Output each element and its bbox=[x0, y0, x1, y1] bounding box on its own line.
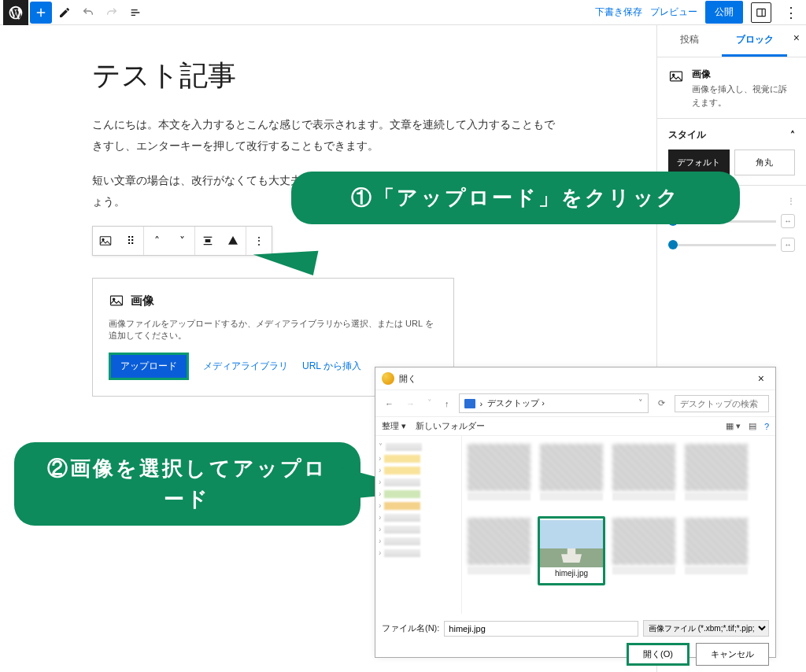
help-icon[interactable]: ? bbox=[764, 422, 769, 431]
sidebar-close-button[interactable]: × bbox=[787, 25, 806, 57]
annotation-callout-1: ①「アップロード」をクリック bbox=[291, 172, 740, 224]
outline-button[interactable] bbox=[124, 2, 146, 24]
panel-more-icon[interactable]: ⋮ bbox=[787, 197, 795, 205]
sidebar-toggle-button[interactable] bbox=[751, 2, 771, 23]
cancel-button[interactable]: キャンセル bbox=[696, 643, 769, 666]
image-icon bbox=[109, 293, 124, 308]
filetype-select[interactable]: 画像ファイル (*.xbm;*.tif;*.pjp;*.a bbox=[643, 620, 769, 637]
insert-from-url-link[interactable]: URL から挿入 bbox=[302, 360, 361, 373]
preview-link[interactable]: プレビュー bbox=[650, 6, 697, 19]
block-toolbar: ⠿ ˄ ˅ ⋮ bbox=[92, 226, 272, 256]
open-button[interactable]: 開く(O) bbox=[627, 643, 690, 666]
add-block-button[interactable] bbox=[30, 2, 52, 24]
wordpress-logo[interactable] bbox=[3, 0, 28, 25]
move-up-button[interactable]: ˄ bbox=[144, 227, 169, 255]
undo-button[interactable] bbox=[77, 2, 99, 24]
file-thumb[interactable] bbox=[682, 516, 750, 585]
file-thumb[interactable] bbox=[465, 516, 533, 585]
file-thumb[interactable] bbox=[465, 442, 533, 511]
svg-rect-0 bbox=[757, 9, 766, 16]
drag-handle-button[interactable]: ⠿ bbox=[118, 227, 143, 255]
file-thumb[interactable] bbox=[538, 442, 605, 511]
more-menu-button[interactable]: ⋮ bbox=[779, 4, 803, 21]
organize-menu[interactable]: 整理 ▾ bbox=[382, 420, 406, 432]
dialog-title: 開く bbox=[399, 373, 416, 385]
view-list-button[interactable]: ▤ bbox=[749, 421, 756, 431]
paragraph-block[interactable]: こんにちは。本文を入力するとこんな感じで表示されます。文章を連続して入力すること… bbox=[92, 114, 564, 156]
save-draft-link[interactable]: 下書き保存 bbox=[595, 6, 642, 19]
nav-back-button[interactable]: ← bbox=[382, 397, 397, 410]
filename-label: ファイル名(N): bbox=[382, 622, 439, 634]
dimension-control[interactable]: ↔ bbox=[657, 233, 806, 257]
folder-tree[interactable]: ˅ › › › › › › › › › bbox=[375, 436, 462, 614]
block-info-title: 画像 bbox=[692, 67, 795, 81]
edit-mode-button[interactable] bbox=[54, 2, 76, 24]
tab-post[interactable]: 投稿 bbox=[657, 25, 722, 57]
nav-forward-button[interactable]: → bbox=[403, 397, 418, 410]
post-title[interactable]: テスト記事 bbox=[92, 57, 564, 95]
new-folder-button[interactable]: 新しいフォルダー bbox=[416, 420, 485, 432]
dialog-icon bbox=[382, 372, 394, 385]
block-type-button[interactable] bbox=[93, 227, 118, 255]
publish-button[interactable]: 公開 bbox=[705, 1, 743, 24]
file-thumb[interactable] bbox=[610, 442, 678, 511]
move-down-button[interactable]: ˅ bbox=[169, 227, 194, 255]
placeholder-description: 画像ファイルをアップロードするか、メディアライブラリから選択、または URL を… bbox=[109, 318, 438, 342]
image-icon bbox=[668, 68, 684, 84]
dialog-close-button[interactable]: × bbox=[753, 372, 769, 385]
style-rounded-button[interactable]: 角丸 bbox=[734, 150, 796, 175]
block-info: 画像 画像を挿入し、視覚に訴えます。 bbox=[668, 67, 795, 109]
nav-recent-button[interactable]: ˅ bbox=[424, 397, 435, 410]
chevron-up-icon: ˄ bbox=[790, 130, 795, 141]
filename-input[interactable] bbox=[444, 621, 638, 637]
tab-block[interactable]: ブロック bbox=[722, 25, 786, 57]
file-open-dialog: 開く × ← → ˅ ↑ › デスクトップ › ˅ ⟳ 整理 ▾ 新しいフォルダ… bbox=[375, 367, 776, 658]
view-tiles-button[interactable]: ▦ ▾ bbox=[726, 421, 741, 431]
annotation-callout-2: ②画像を選択してアップロード bbox=[14, 442, 360, 526]
upload-button[interactable]: アップロード bbox=[109, 353, 189, 380]
style-panel-heading[interactable]: スタイル bbox=[668, 128, 706, 142]
file-thumb-selected[interactable]: himeji.jpg bbox=[538, 516, 605, 585]
path-breadcrumb[interactable]: › デスクトップ › ˅ bbox=[459, 393, 649, 413]
file-thumb[interactable] bbox=[682, 442, 750, 511]
refresh-button[interactable]: ⟳ bbox=[655, 397, 668, 410]
search-input[interactable] bbox=[675, 395, 769, 412]
block-info-desc: 画像を挿入し、視覚に訴えます。 bbox=[692, 84, 787, 107]
replace-button[interactable] bbox=[220, 227, 246, 255]
file-grid[interactable]: himeji.jpg bbox=[462, 436, 775, 614]
redo-button[interactable] bbox=[101, 2, 123, 24]
nav-up-button[interactable]: ↑ bbox=[442, 397, 453, 410]
placeholder-title: 画像 bbox=[131, 294, 154, 308]
align-button[interactable] bbox=[195, 227, 220, 255]
drive-icon bbox=[464, 399, 475, 408]
file-thumb[interactable] bbox=[610, 516, 678, 585]
editor-top-toolbar: 下書き保存 プレビュー 公開 ⋮ bbox=[0, 0, 806, 25]
media-library-link[interactable]: メディアライブラリ bbox=[203, 360, 288, 373]
